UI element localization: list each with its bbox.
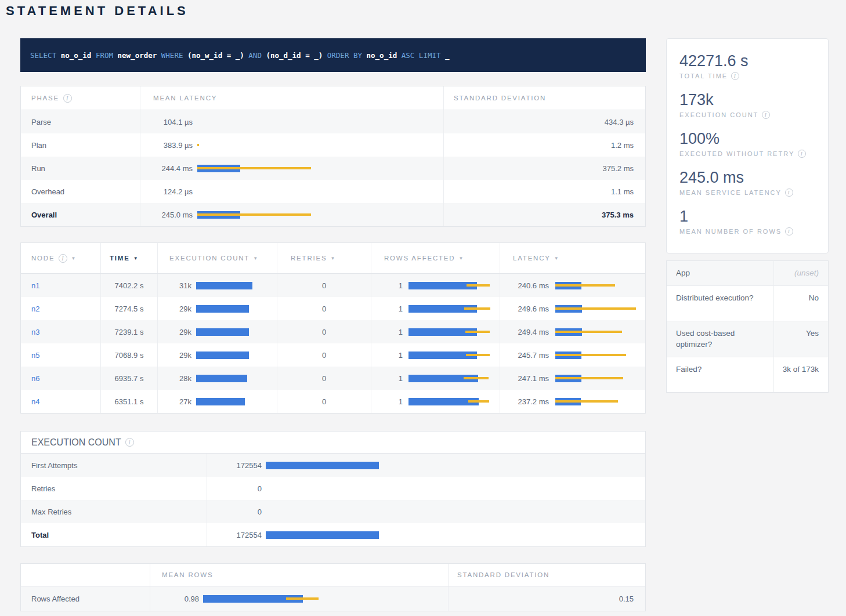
count-value: 172554 (212, 531, 262, 539)
node-link[interactable]: n5 (31, 351, 39, 360)
stddev-bar (555, 284, 615, 287)
sql-token: AND (248, 51, 266, 60)
empty-column-header (21, 564, 150, 586)
mean-latency-value: 104.1 µs (147, 118, 193, 126)
mean-latency-cell: 104.1 µs (140, 110, 443, 133)
node-row: n1 7402.2 s 31k 0 1 240.6 ms (21, 274, 645, 297)
latency-bar (197, 211, 443, 219)
node-link[interactable]: n4 (31, 397, 39, 406)
latency-value: 237.2 ms (505, 397, 549, 406)
execution-count-cell: 31k (157, 274, 277, 297)
stat-value: 1 (679, 206, 816, 227)
stddev-bar (197, 167, 311, 169)
retries-value: 0 (277, 390, 371, 413)
info-icon[interactable]: i (63, 94, 72, 103)
count-cell: 0 (207, 477, 645, 500)
execution-count-cell: 28k (157, 367, 277, 390)
execution-count-row: Total 172554 (21, 523, 645, 546)
summary-stat: 100% EXECUTED WITHOUT RETRY i (679, 128, 816, 158)
info-icon[interactable]: i (59, 254, 67, 263)
node-link[interactable]: n1 (31, 281, 39, 290)
sql-token: FROM (96, 51, 118, 60)
info-icon[interactable]: i (798, 150, 806, 158)
node-row: n3 7239.1 s 29k 0 1 249.4 ms (21, 320, 645, 343)
execution-count-cell: 27k (157, 390, 277, 413)
phase-row: Run 244.4 ms 375.2 ms (21, 157, 645, 180)
phase-row: Plan 383.9 µs 1.2 ms (21, 133, 645, 157)
time-value: 6351.1 s (100, 390, 157, 413)
retries-column-header[interactable]: RETRIES ▼ (277, 243, 371, 273)
retries-value: 0 (277, 343, 371, 367)
mean-latency-value: 124.2 µs (147, 187, 193, 196)
phase-table-body: Parse 104.1 µs 434.3 µs Plan 383.9 µs 1.… (21, 110, 645, 226)
info-icon[interactable]: i (785, 189, 793, 197)
latency-bar (555, 282, 645, 289)
execution-count-value: 29k (162, 328, 191, 336)
count-bar-area (266, 508, 645, 516)
execution-count-column-header[interactable]: EXECUTION COUNT ▼ (157, 243, 277, 273)
execution-count-row: First Attempts 172554 (21, 454, 645, 477)
rows-affected-bar (408, 328, 500, 336)
count-bar-area (266, 485, 645, 492)
stddev-bar (464, 377, 489, 379)
info-icon[interactable]: i (125, 438, 134, 447)
execution-count-bar (196, 398, 277, 405)
rows-affected-column-header[interactable]: ROWS AFFECTED ▼ (371, 243, 500, 273)
stddev-column-header: STANDARD DEVIATION (443, 86, 645, 110)
info-icon[interactable]: i (731, 72, 739, 80)
rows-affected-value: 1 (376, 351, 403, 360)
info-icon[interactable]: i (785, 227, 793, 235)
summary-stat: 173k EXECUTION COUNT i (679, 89, 816, 119)
latency-column-header[interactable]: LATENCY ▼ (500, 243, 645, 273)
detail-row: Used cost-based optimizer? Yes (667, 321, 828, 357)
count-cell: 172554 (207, 454, 645, 477)
count-bar (196, 352, 249, 359)
execution-count-value: 29k (162, 305, 191, 313)
phase-row: Overhead 124.2 µs 1.1 ms (21, 180, 645, 203)
node-link[interactable]: n6 (31, 374, 39, 383)
stat-label: MEAN SERVICE LATENCY i (679, 189, 816, 197)
count-cell: 0 (207, 500, 645, 523)
detail-row: Distributed execution? No (667, 286, 828, 321)
latency-cell: 249.6 ms (500, 297, 645, 320)
stddev-value: 375.3 ms (602, 211, 634, 219)
phase-row: Overall 245.0 ms 375.3 ms (21, 203, 645, 226)
stat-label: TOTAL TIME i (679, 72, 816, 80)
latency-value: 249.4 ms (505, 328, 549, 336)
count-bar (266, 462, 379, 469)
stddev-bar (467, 284, 490, 287)
stat-label: EXECUTION COUNT i (679, 111, 816, 119)
mean-latency-value: 244.4 ms (147, 164, 193, 173)
rows-affected-cell: 1 (371, 367, 500, 390)
sql-statement: SELECT no_o_id FROM new_order WHERE (no_… (20, 38, 646, 72)
time-value: 7402.2 s (100, 274, 157, 297)
detail-label: Failed? (667, 357, 773, 392)
time-column-header[interactable]: TIME ▼ (100, 243, 157, 273)
node-link[interactable]: n3 (31, 328, 39, 336)
row-label: Total (31, 531, 49, 539)
detail-row: App (unset) (667, 261, 828, 286)
node-link[interactable]: n2 (31, 305, 39, 313)
count-bar-area (266, 531, 645, 539)
count-bar (196, 282, 252, 289)
stat-label: MEAN NUMBER OF ROWS i (679, 227, 816, 235)
info-icon[interactable]: i (762, 111, 770, 119)
sql-token: SELECT (30, 51, 61, 60)
stddev-bar (555, 400, 618, 403)
rows-affected-cell: 1 (371, 274, 500, 297)
sql-token: (no_d_id = _) (266, 51, 327, 60)
time-value: 6935.7 s (100, 367, 157, 390)
sql-token: new_order (118, 51, 161, 60)
count-bar (196, 398, 245, 405)
stddev-column-header: STANDARD DEVIATION (448, 564, 645, 586)
stddev-bar (555, 331, 622, 333)
latency-bar (555, 305, 645, 313)
node-column-header[interactable]: NODE i ▼ (21, 243, 100, 273)
mean-latency-value: 383.9 µs (147, 141, 193, 150)
row-label: Retries (31, 484, 55, 493)
execution-count-bar (196, 282, 277, 289)
rows-affected-table-header: MEAN ROWS STANDARD DEVIATION (21, 564, 645, 586)
sort-desc-icon: ▼ (458, 256, 464, 261)
summary-stats-card: 42271.6 s TOTAL TIME i 173k EXECUTION CO… (666, 38, 829, 253)
rows-affected-value: 1 (376, 328, 403, 336)
